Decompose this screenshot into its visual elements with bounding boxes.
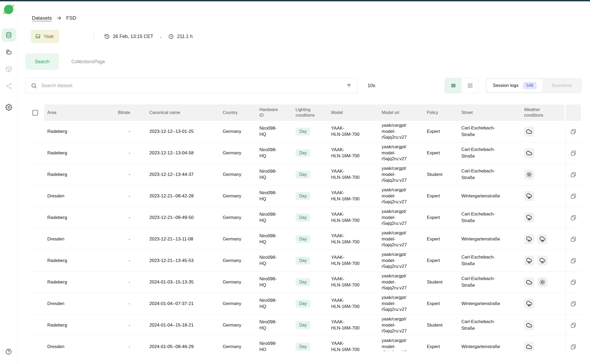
sidebar-item-packages[interactable] [2,62,16,76]
table-row[interactable]: Radeberg - 2023-12-12--13-04-58 Germany … [29,142,582,164]
cell-model-url: yaak/​cargpt/​model-r5ajq2ru:v27 [378,144,424,162]
cell-lighting: Day [293,300,328,308]
cell-policy: Student [424,323,458,328]
tab-collections-page[interactable]: CollectionsPage [59,53,117,70]
column-header-bitrate[interactable]: Bitrate [116,104,134,121]
copy-button[interactable] [569,192,578,201]
copy-button[interactable] [569,127,578,136]
breadcrumb-datasets-link[interactable]: Datasets [32,15,52,21]
copy-icon [570,171,577,178]
cell-lighting: Day [293,192,328,200]
cell-model: YAAK- HLN-16M-700 [328,276,378,288]
copy-button[interactable] [569,235,578,244]
cell-country: Germany [220,172,259,177]
lighting-badge: Day [296,214,310,222]
list-view-button[interactable] [445,78,462,93]
cell-country: Germany [220,301,259,306]
sidebar-item-datasets[interactable] [2,28,16,42]
column-header-model[interactable]: Model [328,104,378,121]
grid-view-button[interactable] [462,78,478,93]
header-select-cell [29,104,44,121]
column-header-country[interactable]: Country [220,104,259,121]
cell-model-url: yaak/​cargpt/​model-r5ajq2ru:v27 [378,230,424,248]
search-input[interactable] [41,83,346,88]
cell-policy: Expert [424,258,458,263]
cell-country: Germany [220,258,259,263]
cell-lighting: Day [293,149,328,157]
table-row[interactable]: Radeberg - 2024-01-04--15-18-21 Germany … [29,315,582,336]
copy-button[interactable] [569,256,578,265]
tab-search[interactable]: Search [25,53,59,70]
column-header-hardware-id[interactable]: Hardware ID [259,104,293,121]
cell-canonical-name: 2023-12-21--08-42-28 [134,193,220,199]
dataset-table: Area Bitrate Canonical name Country Hard… [29,104,582,351]
copy-icon [570,279,577,286]
cell-area: Dresden [44,193,116,199]
segment-session-logs[interactable]: Session logs 548 [487,79,542,92]
cell-lighting: Day [293,214,328,222]
table-row[interactable]: Radeberg - 2024-01-03--15-13-35 Germany … [29,272,582,293]
cell-policy: Student [424,280,458,285]
column-header-street[interactable]: Street [458,104,521,121]
copy-button[interactable] [569,170,578,179]
copy-button[interactable] [569,299,578,308]
cloud-icon [524,148,534,158]
cell-actions [566,164,581,185]
vehicle-badge[interactable]: Yaak [31,30,59,43]
column-header-model-url[interactable]: Model url [378,104,424,121]
column-header-canonical-name[interactable]: Canonical name [134,104,220,121]
table-row[interactable]: Radeberg - 2023-12-21--09-49-50 Germany … [29,207,582,228]
cell-area: Radeberg [44,150,116,156]
grid-icon [467,82,473,89]
table-row[interactable]: Dresden - 2024-01-05--08-46-29 Germany N… [29,336,582,351]
column-header-weather[interactable]: Weather conditions [521,104,564,121]
cell-model-url: yaak/​cargpt/​model-r5ajq2ru:v27 [378,338,424,351]
cell-street: Carl-Eschebach-Straße [458,319,521,332]
cell-hardware-id: Niro098-HQ [259,255,293,267]
cell-canonical-name: 2023-12-21--13-11-08 [134,236,220,242]
sidebar-item-help[interactable] [2,345,16,358]
vehicle-name: Yaak [44,34,54,39]
copy-button[interactable] [569,213,578,222]
cell-actions [566,250,581,271]
copy-button[interactable] [569,149,578,158]
copy-button[interactable] [569,321,578,330]
cell-actions [566,142,581,164]
copy-button[interactable] [569,278,578,287]
cell-lighting: Day [293,321,328,329]
tab-bar: Search CollectionsPage [25,53,582,70]
cell-canonical-name: 2024-01-04--07-37-21 [134,301,220,306]
sidebar-item-settings[interactable] [2,101,16,114]
table-row[interactable]: Dresden - 2024-01-04--07-37-21 Germany N… [29,293,582,315]
cell-model: YAAK- HLN-16M-700 [328,190,378,202]
cell-actions [566,207,581,228]
rain-icon [537,234,547,244]
lighting-badge: Day [296,128,310,136]
table-row[interactable]: Dresden - 2023-12-21--13-11-08 Germany N… [29,228,582,250]
column-header-area[interactable]: Area [44,104,116,121]
sidebar-item-pipelines[interactable] [2,79,16,93]
rain-icon [524,213,534,223]
sidebar [0,1,18,364]
history-clock-icon [104,34,110,39]
content-segmented-control: Session logs 548 Scenarios [486,78,582,93]
clip-duration-label[interactable]: 10s [368,83,375,88]
filter-icon[interactable] [346,83,352,88]
column-header-policy[interactable]: Policy [424,104,458,121]
table-row[interactable]: Radeberg - 2023-12-21--13-45-53 Germany … [29,250,582,272]
table-row[interactable]: Dresden - 2023-12-21--08-42-28 Germany N… [29,185,582,207]
table-row[interactable]: Radeberg - 2023-12-12--13-44-37 Germany … [29,164,582,185]
select-all-checkbox[interactable] [32,110,38,116]
search-icon [31,83,37,89]
copy-icon [570,128,577,135]
cell-weather [521,191,564,201]
cell-lighting: Day [293,343,328,351]
cell-bitrate: - [116,193,134,199]
cell-actions [566,315,581,336]
copy-button[interactable] [569,342,578,351]
column-header-lighting[interactable]: Lighting conditions [293,104,328,121]
segment-scenarios[interactable]: Scenarios [542,83,581,88]
table-row[interactable]: Radeberg - 2023-12-12--13-01-25 Germany … [29,121,582,142]
cell-area: Radeberg [44,129,116,134]
sidebar-item-collections[interactable] [2,45,16,59]
